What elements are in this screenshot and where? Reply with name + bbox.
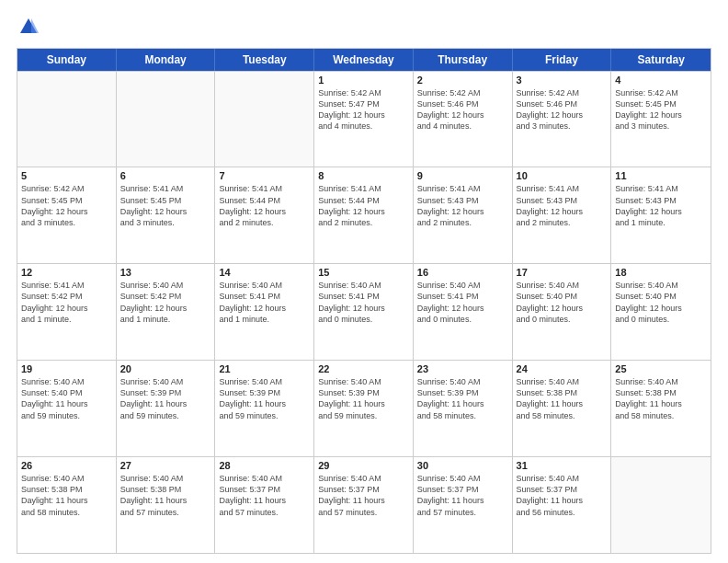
- cell-info: Sunrise: 5:42 AM Sunset: 5:46 PM Dayligh…: [417, 87, 508, 132]
- cell-info: Sunrise: 5:40 AM Sunset: 5:40 PM Dayligh…: [615, 280, 707, 325]
- calendar-cell: 24Sunrise: 5:40 AM Sunset: 5:38 PM Dayli…: [513, 361, 612, 456]
- calendar-cell: 11Sunrise: 5:41 AM Sunset: 5:43 PM Dayli…: [611, 167, 711, 263]
- calendar-cell: 18Sunrise: 5:40 AM Sunset: 5:40 PM Dayli…: [611, 264, 711, 360]
- cell-info: Sunrise: 5:40 AM Sunset: 5:38 PM Dayligh…: [21, 473, 112, 518]
- header-day-monday: Monday: [117, 49, 216, 71]
- calendar-body: 1Sunrise: 5:42 AM Sunset: 5:47 PM Daylig…: [17, 71, 711, 554]
- day-number: 8: [318, 170, 409, 181]
- calendar-cell: 30Sunrise: 5:40 AM Sunset: 5:37 PM Dayli…: [414, 457, 513, 553]
- cell-info: Sunrise: 5:40 AM Sunset: 5:41 PM Dayligh…: [318, 280, 409, 325]
- cell-info: Sunrise: 5:40 AM Sunset: 5:38 PM Dayligh…: [615, 376, 707, 421]
- calendar-cell: [215, 72, 314, 167]
- cell-info: Sunrise: 5:42 AM Sunset: 5:47 PM Dayligh…: [318, 87, 409, 132]
- calendar-cell: [117, 72, 216, 167]
- day-number: 18: [615, 267, 707, 278]
- cell-info: Sunrise: 5:40 AM Sunset: 5:37 PM Dayligh…: [219, 473, 310, 518]
- calendar-cell: 8Sunrise: 5:41 AM Sunset: 5:44 PM Daylig…: [314, 167, 414, 263]
- calendar-cell: 1Sunrise: 5:42 AM Sunset: 5:47 PM Daylig…: [314, 72, 414, 167]
- cell-info: Sunrise: 5:42 AM Sunset: 5:45 PM Dayligh…: [615, 87, 707, 132]
- cell-info: Sunrise: 5:40 AM Sunset: 5:39 PM Dayligh…: [120, 376, 211, 421]
- day-number: 11: [615, 170, 707, 181]
- calendar: SundayMondayTuesdayWednesdayThursdayFrid…: [17, 48, 711, 555]
- day-number: 6: [120, 170, 211, 181]
- calendar-cell: 3Sunrise: 5:42 AM Sunset: 5:46 PM Daylig…: [513, 72, 612, 167]
- day-number: 27: [120, 460, 211, 471]
- cell-info: Sunrise: 5:42 AM Sunset: 5:45 PM Dayligh…: [21, 183, 112, 228]
- cell-info: Sunrise: 5:40 AM Sunset: 5:41 PM Dayligh…: [417, 280, 508, 325]
- cell-info: Sunrise: 5:40 AM Sunset: 5:40 PM Dayligh…: [517, 280, 608, 325]
- cell-info: Sunrise: 5:40 AM Sunset: 5:39 PM Dayligh…: [318, 376, 409, 421]
- cell-info: Sunrise: 5:41 AM Sunset: 5:43 PM Dayligh…: [517, 183, 608, 228]
- header-day-wednesday: Wednesday: [314, 49, 414, 71]
- day-number: 29: [318, 460, 409, 471]
- day-number: 15: [318, 267, 409, 278]
- calendar-cell: 10Sunrise: 5:41 AM Sunset: 5:43 PM Dayli…: [513, 167, 612, 263]
- calendar-cell: 29Sunrise: 5:40 AM Sunset: 5:37 PM Dayli…: [314, 457, 414, 553]
- svg-marker-1: [31, 18, 39, 33]
- day-number: 5: [21, 170, 112, 181]
- header-day-friday: Friday: [513, 49, 612, 71]
- calendar-cell: 5Sunrise: 5:42 AM Sunset: 5:45 PM Daylig…: [17, 167, 117, 263]
- cell-info: Sunrise: 5:40 AM Sunset: 5:37 PM Dayligh…: [417, 473, 508, 518]
- cell-info: Sunrise: 5:41 AM Sunset: 5:43 PM Dayligh…: [615, 183, 707, 228]
- day-number: 3: [517, 75, 608, 86]
- page: SundayMondayTuesdayWednesdayThursdayFrid…: [0, 0, 728, 563]
- calendar-row-5: 26Sunrise: 5:40 AM Sunset: 5:38 PM Dayli…: [17, 456, 711, 553]
- calendar-cell: 16Sunrise: 5:40 AM Sunset: 5:41 PM Dayli…: [414, 264, 513, 360]
- cell-info: Sunrise: 5:41 AM Sunset: 5:44 PM Dayligh…: [318, 183, 409, 228]
- calendar-cell: 22Sunrise: 5:40 AM Sunset: 5:39 PM Dayli…: [314, 361, 414, 456]
- cell-info: Sunrise: 5:40 AM Sunset: 5:37 PM Dayligh…: [318, 473, 409, 518]
- calendar-row-4: 19Sunrise: 5:40 AM Sunset: 5:40 PM Dayli…: [17, 360, 711, 456]
- day-number: 20: [120, 363, 211, 374]
- header-day-sunday: Sunday: [17, 49, 117, 71]
- cell-info: Sunrise: 5:41 AM Sunset: 5:45 PM Dayligh…: [120, 183, 211, 228]
- day-number: 4: [615, 75, 707, 86]
- day-number: 28: [219, 460, 310, 471]
- day-number: 13: [120, 267, 211, 278]
- calendar-cell: 13Sunrise: 5:40 AM Sunset: 5:42 PM Dayli…: [117, 264, 216, 360]
- cell-info: Sunrise: 5:41 AM Sunset: 5:44 PM Dayligh…: [219, 183, 310, 228]
- cell-info: Sunrise: 5:40 AM Sunset: 5:42 PM Dayligh…: [120, 280, 211, 325]
- calendar-cell: 23Sunrise: 5:40 AM Sunset: 5:39 PM Dayli…: [414, 361, 513, 456]
- day-number: 19: [21, 363, 112, 374]
- day-number: 17: [517, 267, 608, 278]
- calendar-cell: 21Sunrise: 5:40 AM Sunset: 5:39 PM Dayli…: [215, 361, 314, 456]
- calendar-cell: 27Sunrise: 5:40 AM Sunset: 5:38 PM Dayli…: [117, 457, 216, 553]
- day-number: 26: [21, 460, 112, 471]
- calendar-cell: [17, 72, 117, 167]
- day-number: 2: [417, 75, 508, 86]
- logo-text: [17, 17, 39, 40]
- logo-icon: [18, 17, 39, 37]
- calendar-header: SundayMondayTuesdayWednesdayThursdayFrid…: [17, 49, 711, 71]
- logo: [17, 17, 39, 40]
- cell-info: Sunrise: 5:40 AM Sunset: 5:39 PM Dayligh…: [417, 376, 508, 421]
- cell-info: Sunrise: 5:41 AM Sunset: 5:42 PM Dayligh…: [21, 280, 112, 325]
- day-number: 12: [21, 267, 112, 278]
- calendar-cell: [611, 457, 711, 553]
- calendar-cell: 28Sunrise: 5:40 AM Sunset: 5:37 PM Dayli…: [215, 457, 314, 553]
- calendar-row-2: 5Sunrise: 5:42 AM Sunset: 5:45 PM Daylig…: [17, 167, 711, 263]
- day-number: 30: [417, 460, 508, 471]
- calendar-cell: 14Sunrise: 5:40 AM Sunset: 5:41 PM Dayli…: [215, 264, 314, 360]
- day-number: 22: [318, 363, 409, 374]
- calendar-cell: 26Sunrise: 5:40 AM Sunset: 5:38 PM Dayli…: [17, 457, 117, 553]
- cell-info: Sunrise: 5:40 AM Sunset: 5:41 PM Dayligh…: [219, 280, 310, 325]
- cell-info: Sunrise: 5:40 AM Sunset: 5:39 PM Dayligh…: [219, 376, 310, 421]
- cell-info: Sunrise: 5:40 AM Sunset: 5:38 PM Dayligh…: [517, 376, 608, 421]
- day-number: 16: [417, 267, 508, 278]
- calendar-row-1: 1Sunrise: 5:42 AM Sunset: 5:47 PM Daylig…: [17, 71, 711, 167]
- day-number: 1: [318, 75, 409, 86]
- calendar-cell: 4Sunrise: 5:42 AM Sunset: 5:45 PM Daylig…: [611, 72, 711, 167]
- day-number: 9: [417, 170, 508, 181]
- cell-info: Sunrise: 5:40 AM Sunset: 5:37 PM Dayligh…: [517, 473, 608, 518]
- calendar-cell: 9Sunrise: 5:41 AM Sunset: 5:43 PM Daylig…: [414, 167, 513, 263]
- calendar-cell: 12Sunrise: 5:41 AM Sunset: 5:42 PM Dayli…: [17, 264, 117, 360]
- header-day-tuesday: Tuesday: [215, 49, 314, 71]
- day-number: 7: [219, 170, 310, 181]
- day-number: 31: [517, 460, 608, 471]
- calendar-cell: 25Sunrise: 5:40 AM Sunset: 5:38 PM Dayli…: [611, 361, 711, 456]
- day-number: 25: [615, 363, 707, 374]
- calendar-cell: 6Sunrise: 5:41 AM Sunset: 5:45 PM Daylig…: [117, 167, 216, 263]
- calendar-cell: 20Sunrise: 5:40 AM Sunset: 5:39 PM Dayli…: [117, 361, 216, 456]
- cell-info: Sunrise: 5:41 AM Sunset: 5:43 PM Dayligh…: [417, 183, 508, 228]
